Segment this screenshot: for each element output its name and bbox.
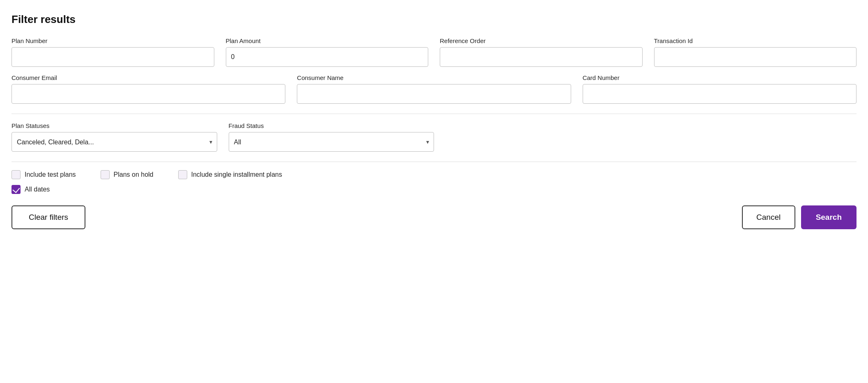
plan-statuses-wrapper: Canceled, Cleared, Dela... All Active Ca… [11, 132, 217, 152]
page-title: Filter results [11, 13, 857, 26]
reference-order-label: Reference Order [440, 37, 643, 44]
all-dates-label: All dates [25, 186, 50, 193]
plan-statuses-group: Plan Statuses Canceled, Cleared, Dela...… [11, 122, 217, 152]
fields-row-1: Plan Number Plan Amount Reference Order … [11, 37, 857, 67]
clear-filters-button[interactable]: Clear filters [11, 205, 85, 229]
divider-2 [11, 162, 857, 162]
include-single-installment-checkbox[interactable] [178, 170, 187, 179]
plan-statuses-label: Plan Statuses [11, 122, 217, 129]
card-number-label: Card Number [583, 74, 857, 81]
consumer-name-input[interactable] [297, 84, 571, 104]
plan-amount-group: Plan Amount [226, 37, 429, 67]
transaction-id-group: Transaction Id [654, 37, 857, 67]
all-dates-checkbox[interactable] [11, 185, 21, 194]
include-single-installment-label: Include single installment plans [191, 171, 282, 178]
fraud-status-label: Fraud Status [229, 122, 434, 129]
consumer-name-label: Consumer Name [297, 74, 571, 81]
plans-on-hold-label: Plans on hold [114, 171, 154, 178]
search-button[interactable]: Search [801, 205, 857, 229]
plan-statuses-select[interactable]: Canceled, Cleared, Dela... All Active Ca… [11, 132, 217, 152]
plan-number-label: Plan Number [11, 37, 214, 44]
all-dates-item[interactable]: All dates [11, 185, 50, 194]
card-number-group: Card Number [583, 74, 857, 104]
reference-order-group: Reference Order [440, 37, 643, 67]
plan-number-input[interactable] [11, 47, 214, 67]
include-test-plans-checkbox[interactable] [11, 170, 21, 179]
fields-row-2: Consumer Email Consumer Name Card Number [11, 74, 857, 104]
checkboxes-row: Include test plans Plans on hold Include… [11, 170, 857, 179]
divider-1 [11, 114, 857, 114]
include-single-installment-item[interactable]: Include single installment plans [178, 170, 282, 179]
footer-right: Cancel Search [742, 205, 857, 229]
plan-amount-input[interactable] [226, 47, 429, 67]
consumer-name-group: Consumer Name [297, 74, 571, 104]
fraud-status-wrapper: All Approved Rejected Pending ▾ [229, 132, 434, 152]
consumer-email-label: Consumer Email [11, 74, 285, 81]
plans-on-hold-item[interactable]: Plans on hold [101, 170, 154, 179]
card-number-input[interactable] [583, 84, 857, 104]
reference-order-input[interactable] [440, 47, 643, 67]
consumer-email-group: Consumer Email [11, 74, 285, 104]
include-test-plans-item[interactable]: Include test plans [11, 170, 76, 179]
footer-left: Clear filters [11, 205, 85, 229]
plan-number-group: Plan Number [11, 37, 214, 67]
consumer-email-input[interactable] [11, 84, 285, 104]
all-dates-row: All dates [11, 185, 857, 194]
footer-row: Clear filters Cancel Search [11, 205, 857, 229]
transaction-id-input[interactable] [654, 47, 857, 67]
include-test-plans-label: Include test plans [25, 171, 76, 178]
dropdowns-row: Plan Statuses Canceled, Cleared, Dela...… [11, 122, 857, 152]
cancel-button[interactable]: Cancel [742, 205, 795, 229]
transaction-id-label: Transaction Id [654, 37, 857, 44]
fraud-status-select[interactable]: All Approved Rejected Pending [229, 132, 434, 152]
plans-on-hold-checkbox[interactable] [101, 170, 110, 179]
fraud-status-group: Fraud Status All Approved Rejected Pendi… [229, 122, 434, 152]
plan-amount-label: Plan Amount [226, 37, 429, 44]
